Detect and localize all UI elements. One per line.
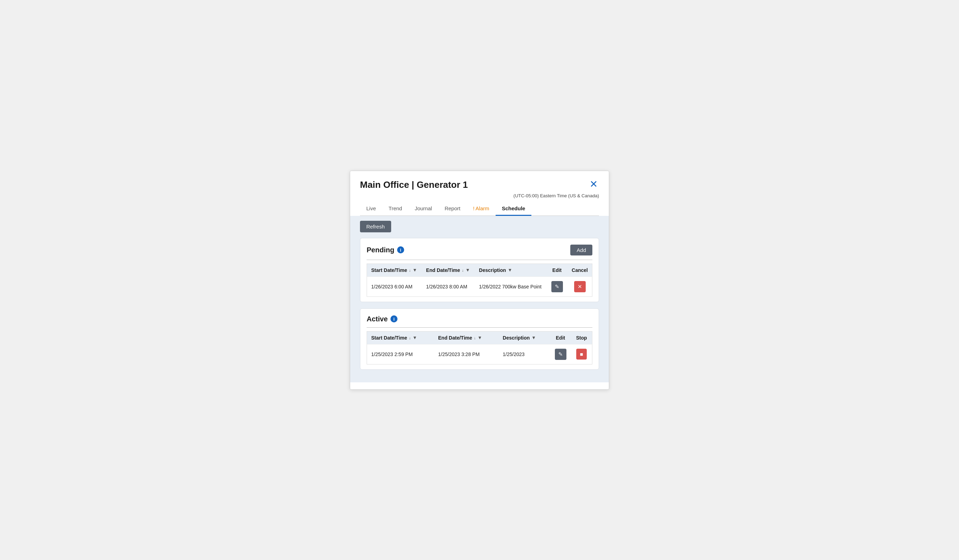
- active-table-row: 1/25/2023 2:59 PM 1/25/2023 3:28 PM 1/25…: [367, 344, 592, 364]
- pending-table-wrapper: Start Date/Time ↓ ▼ End Date/Time ↓ ▼: [366, 264, 593, 297]
- active-divider: [366, 327, 593, 328]
- active-row-end: 1/25/2023 3:28 PM: [434, 344, 499, 364]
- active-start-filter-icon[interactable]: ▼: [413, 335, 417, 340]
- pending-edit-icon: ✎: [555, 283, 559, 290]
- pending-row-description: 1/26/2022 700kw Base Point: [475, 277, 547, 296]
- tab-report[interactable]: Report: [438, 202, 467, 216]
- active-col-stop-label: Stop: [576, 335, 587, 340]
- pending-col-cancel-label: Cancel: [572, 267, 588, 273]
- active-title: Active: [366, 315, 388, 323]
- active-stop-button[interactable]: ■: [576, 349, 586, 360]
- active-col-end: End Date/Time ↓ ▼: [434, 331, 499, 344]
- active-col-edit: Edit: [550, 331, 571, 344]
- active-desc-filter-icon[interactable]: ▼: [531, 335, 536, 340]
- active-col-start: Start Date/Time ↓ ▼: [367, 331, 434, 344]
- active-edit-icon: ✎: [558, 351, 563, 358]
- active-col-stop: Stop: [571, 331, 592, 344]
- pending-cancel-icon: ✕: [578, 283, 582, 290]
- active-col-end-label: End Date/Time: [438, 335, 472, 340]
- modal-title: Main Office | Generator 1: [360, 180, 468, 190]
- close-button[interactable]: ✕: [588, 180, 599, 189]
- tab-journal[interactable]: Journal: [408, 202, 438, 216]
- active-row-description: 1/25/2023: [499, 344, 550, 364]
- active-start-sort-icon[interactable]: ↓: [409, 336, 411, 340]
- active-col-start-label: Start Date/Time: [371, 335, 407, 340]
- active-stop-icon: ■: [580, 351, 583, 357]
- pending-col-start: Start Date/Time ↓ ▼: [367, 264, 422, 277]
- active-title-row: Active i: [366, 315, 397, 323]
- pending-row-end: 1/26/2023 8:00 AM: [422, 277, 475, 296]
- active-row-start: 1/25/2023 2:59 PM: [367, 344, 434, 364]
- active-info-icon: i: [390, 315, 397, 322]
- tab-schedule[interactable]: Schedule: [495, 202, 532, 216]
- pending-row-start: 1/26/2023 6:00 AM: [367, 277, 422, 296]
- pending-title: Pending: [366, 246, 394, 254]
- pending-table-row: 1/26/2023 6:00 AM 1/26/2023 8:00 AM 1/26…: [367, 277, 592, 296]
- pending-title-row: Pending i: [366, 246, 404, 254]
- pending-col-description-label: Description: [479, 267, 506, 273]
- tabs-row: Live Trend Journal Report !Alarm Schedul…: [360, 202, 599, 216]
- active-header: Active i: [366, 315, 593, 323]
- tab-alarm[interactable]: !Alarm: [467, 202, 495, 216]
- timezone-row: (UTC-05:00) Eastern Time (US & Canada): [360, 193, 599, 198]
- pending-col-end-label: End Date/Time: [426, 267, 460, 273]
- close-icon: ✕: [589, 179, 597, 189]
- active-row-stop-cell: ■: [571, 344, 592, 364]
- pending-add-button[interactable]: Add: [570, 245, 593, 256]
- active-row-edit-cell: ✎: [550, 344, 571, 364]
- content-area: Refresh Pending i Add Start Date: [350, 216, 609, 382]
- active-edit-button[interactable]: ✎: [555, 349, 566, 360]
- pending-row-cancel-cell: ✕: [567, 277, 592, 296]
- pending-row-edit-cell: ✎: [546, 277, 567, 296]
- main-modal: Main Office | Generator 1 ✕ (UTC-05:00) …: [350, 171, 609, 390]
- active-table-wrapper: Start Date/Time ↓ ▼ End Date/Time ↓ ▼: [366, 331, 593, 364]
- pending-header: Pending i Add: [366, 245, 593, 256]
- tab-trend[interactable]: Trend: [382, 202, 409, 216]
- pending-cancel-button[interactable]: ✕: [574, 281, 586, 292]
- pending-col-cancel: Cancel: [567, 264, 592, 277]
- refresh-button[interactable]: Refresh: [360, 221, 391, 232]
- timezone-label: (UTC-05:00) Eastern Time (US & Canada): [513, 193, 599, 198]
- active-col-description: Description ▼: [499, 331, 550, 344]
- tab-live[interactable]: Live: [360, 202, 382, 216]
- pending-start-sort-icon[interactable]: ↓: [409, 268, 411, 272]
- pending-col-edit-label: Edit: [553, 267, 562, 273]
- tab-alarm-label: Alarm: [476, 205, 489, 211]
- pending-col-description: Description ▼: [475, 264, 547, 277]
- pending-col-edit: Edit: [546, 264, 567, 277]
- pending-edit-button[interactable]: ✎: [551, 281, 563, 292]
- pending-end-filter-icon[interactable]: ▼: [465, 267, 470, 273]
- pending-table: Start Date/Time ↓ ▼ End Date/Time ↓ ▼: [367, 264, 592, 296]
- pending-col-start-label: Start Date/Time: [371, 267, 407, 273]
- active-section: Active i Start Date/Time ↓ ▼: [360, 309, 599, 370]
- pending-end-sort-icon[interactable]: ↓: [462, 268, 464, 272]
- active-end-sort-icon[interactable]: ↓: [474, 336, 476, 340]
- active-table-header-row: Start Date/Time ↓ ▼ End Date/Time ↓ ▼: [367, 331, 592, 344]
- alarm-exclamation-icon: !: [473, 205, 474, 211]
- pending-info-icon: i: [397, 247, 404, 253]
- active-col-edit-label: Edit: [556, 335, 565, 340]
- active-col-description-label: Description: [503, 335, 530, 340]
- modal-header: Main Office | Generator 1 ✕: [360, 180, 599, 190]
- active-table: Start Date/Time ↓ ▼ End Date/Time ↓ ▼: [367, 331, 592, 364]
- pending-section: Pending i Add Start Date/Time ↓ ▼: [360, 238, 599, 302]
- pending-desc-filter-icon[interactable]: ▼: [508, 267, 513, 273]
- pending-table-header-row: Start Date/Time ↓ ▼ End Date/Time ↓ ▼: [367, 264, 592, 277]
- active-end-filter-icon[interactable]: ▼: [478, 335, 482, 340]
- pending-col-end: End Date/Time ↓ ▼: [422, 264, 475, 277]
- pending-start-filter-icon[interactable]: ▼: [413, 267, 417, 273]
